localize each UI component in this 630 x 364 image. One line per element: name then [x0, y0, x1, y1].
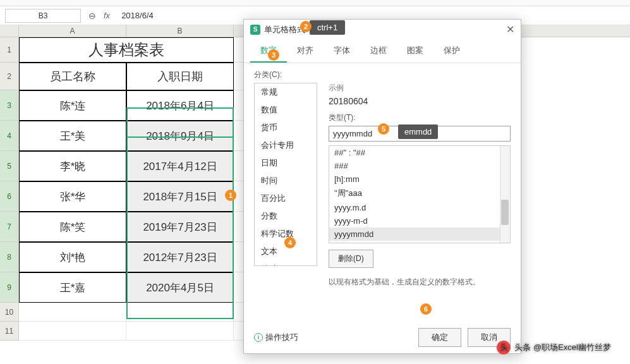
tab-protect[interactable]: 保护	[433, 40, 470, 63]
dialog-title: 单元格格式	[264, 24, 305, 35]
row-header[interactable]: 1	[0, 37, 19, 63]
info-icon: i	[254, 333, 263, 342]
table-header[interactable]: 入职日期	[126, 63, 234, 90]
format-list[interactable]: ##" : "## ### [h]:mm "周"aaa yyyy.m.d yyy…	[329, 145, 511, 243]
emmdd-tooltip: emmdd	[398, 124, 438, 139]
table-title[interactable]: 人事档案表	[19, 37, 234, 63]
format-item[interactable]: yyyy-m-d	[329, 214, 510, 228]
row-header[interactable]: 8	[0, 242, 19, 272]
category-label: 分类(C):	[254, 70, 511, 80]
cell-date[interactable]: 2018年7月15日	[126, 181, 234, 212]
tab-align[interactable]: 对齐	[287, 40, 324, 63]
category-item[interactable]: 货币	[255, 119, 317, 136]
cell-name[interactable]: 王*嘉	[19, 272, 126, 303]
category-item[interactable]: 常规	[255, 83, 317, 101]
close-icon[interactable]: ✕	[506, 23, 514, 35]
cell-date[interactable]: 2018年6月4日	[126, 90, 234, 121]
col-header[interactable]: A	[19, 25, 126, 37]
cell-date[interactable]: 2017年4月12日	[126, 151, 234, 181]
row-header[interactable]: 5	[0, 151, 19, 181]
delete-button[interactable]: 删除(D)	[329, 250, 373, 268]
example-value: 20180604	[329, 96, 511, 106]
format-item[interactable]: "周"aaa	[329, 186, 510, 201]
tab-border[interactable]: 边框	[360, 40, 397, 63]
format-item[interactable]: [h]:mm	[329, 173, 510, 186]
row-header[interactable]: 9	[0, 272, 19, 303]
step-badge-1: 1	[225, 190, 236, 201]
cell-name[interactable]: 王*美	[19, 121, 126, 151]
table-header[interactable]: 员工名称	[19, 63, 126, 90]
hint-text: 以现有格式为基础，生成自定义的数字格式。	[329, 277, 511, 288]
cell-name[interactable]: 刘*艳	[19, 242, 126, 272]
ok-button[interactable]: 确定	[418, 328, 461, 347]
category-item[interactable]: 数值	[255, 101, 317, 119]
tips-link[interactable]: i 操作技巧	[254, 332, 298, 343]
category-item[interactable]: 特殊	[255, 260, 317, 266]
cell[interactable]	[19, 303, 126, 322]
tips-label: 操作技巧	[265, 332, 298, 343]
scrollbar-thumb[interactable]	[501, 200, 509, 225]
tab-font[interactable]: 字体	[324, 40, 360, 63]
row-header[interactable]: 2	[0, 63, 19, 90]
example-label: 示例	[329, 83, 511, 94]
step-badge-3: 3	[268, 49, 279, 61]
cell[interactable]	[19, 322, 126, 341]
shortcut-hint: ctrl+1	[310, 20, 345, 35]
watermark-icon: 头	[497, 341, 511, 355]
name-box[interactable]	[5, 9, 81, 23]
dialog-titlebar: S 单元格格式 ✕	[244, 20, 521, 40]
row-header[interactable]: 11	[0, 322, 19, 341]
step-badge-4: 4	[284, 237, 296, 248]
cell-date[interactable]: 2019年7月23日	[126, 212, 234, 242]
row-header[interactable]: 4	[0, 121, 19, 151]
cell-name[interactable]: 陈*笑	[19, 212, 126, 242]
format-item[interactable]: yyyy.m.d	[329, 201, 510, 214]
watermark: 头 头条 @职场Excel幽竹丝梦	[497, 341, 611, 355]
scrollbar[interactable]	[500, 146, 510, 243]
top-toolbar	[0, 0, 630, 6]
cell-name[interactable]: 张*华	[19, 181, 126, 212]
dialog-tabs: 数字 对齐 字体 边框 图案 保护	[244, 40, 521, 63]
cell-date[interactable]: 2020年4月5日	[126, 272, 234, 303]
cell-name[interactable]: 李*晓	[19, 151, 126, 181]
category-item[interactable]: 百分比	[255, 190, 317, 207]
step-badge-6: 6	[420, 303, 432, 315]
row-header[interactable]: 7	[0, 212, 19, 242]
step-badge-5: 5	[378, 123, 389, 135]
cell-date[interactable]: 2012年7月23日	[126, 242, 234, 272]
type-label: 类型(T):	[329, 112, 511, 123]
col-header[interactable]: B	[126, 25, 234, 37]
row-header[interactable]: 6	[0, 181, 19, 212]
category-item[interactable]: 日期	[255, 154, 317, 172]
cell[interactable]	[126, 303, 234, 322]
cell-date[interactable]: 2018年9月4日	[126, 121, 234, 151]
format-item[interactable]: yyyymmdd	[329, 228, 510, 241]
formula-value[interactable]: 2018/6/4	[118, 9, 157, 21]
category-item[interactable]: 分数	[255, 207, 317, 225]
row-header[interactable]: 10	[0, 303, 19, 322]
step-badge-2: 2	[300, 21, 312, 32]
tab-pattern[interactable]: 图案	[397, 40, 433, 63]
category-item[interactable]: 会计专用	[255, 136, 317, 154]
format-item[interactable]: ###	[329, 159, 510, 173]
row-header[interactable]: 3	[0, 90, 19, 121]
fx-icon[interactable]: fx	[104, 11, 110, 20]
zoom-icon[interactable]: ⊖	[88, 11, 96, 21]
corner-cell[interactable]	[0, 25, 19, 37]
app-icon: S	[250, 25, 260, 35]
watermark-text: 头条 @职场Excel幽竹丝梦	[514, 342, 611, 353]
category-item[interactable]: 时间	[255, 172, 317, 190]
cell-name[interactable]: 陈*连	[19, 90, 126, 121]
cell-format-dialog: S 单元格格式 ✕ 数字 对齐 字体 边框 图案 保护 分类(C): 常规 数值…	[243, 19, 521, 354]
cell[interactable]	[126, 322, 234, 341]
format-item[interactable]: ##" : "##	[329, 146, 510, 159]
